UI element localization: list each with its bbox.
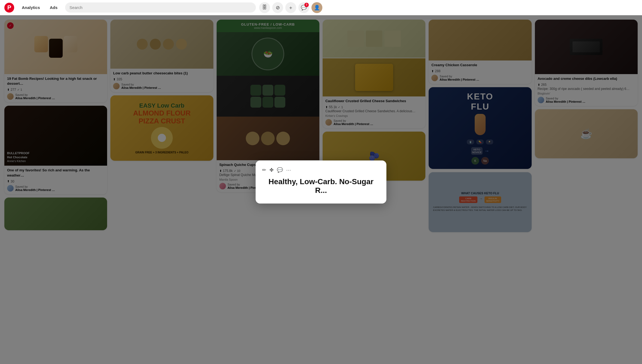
comment-button[interactable]: 💬 <box>277 167 283 173</box>
move-button[interactable]: ✤ <box>269 167 274 173</box>
nav-actions: 🗄 ⊘ ＋ 💬 9 👤 <box>259 2 322 13</box>
board-modal: ✏ ✤ 💬 ⋯ Healthy, Low-Carb. No-Sugar R... <box>256 160 386 204</box>
ads-link[interactable]: Ads <box>46 3 62 12</box>
top-navigation: P Analytics Ads 🗄 ⊘ ＋ 💬 9 👤 <box>0 0 642 15</box>
nav-links: Analytics Ads <box>17 3 62 12</box>
user-avatar[interactable]: 👤 <box>311 2 322 13</box>
board-title: Healthy, Low-Carb. No-Sugar R... <box>262 177 380 195</box>
search-input[interactable] <box>65 2 256 13</box>
pinterest-logo[interactable]: P <box>4 3 14 13</box>
notification-badge: 9 <box>304 3 309 7</box>
more-button[interactable]: ⋯ <box>286 167 291 173</box>
explore-icon-button[interactable]: ⊘ <box>272 2 283 13</box>
analytics-link[interactable]: Analytics <box>17 3 44 12</box>
add-icon-button[interactable]: ＋ <box>285 2 296 13</box>
save-icon-button[interactable]: 🗄 <box>259 2 270 13</box>
edit-button[interactable]: ✏ <box>262 167 266 173</box>
notifications-button[interactable]: 💬 9 <box>298 2 309 13</box>
